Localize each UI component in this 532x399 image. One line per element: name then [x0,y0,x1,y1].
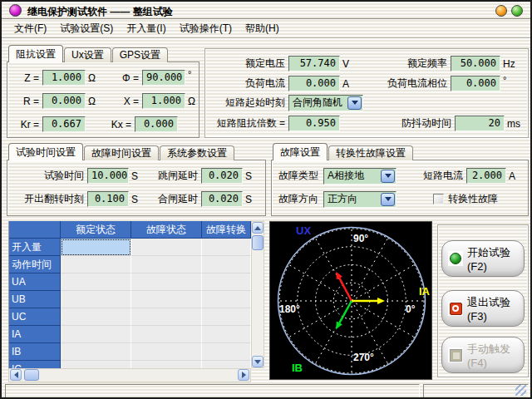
rated-frequency-field[interactable]: 50.000 [451,56,500,71]
trip-delay-field[interactable]: 0.020 [201,168,243,184]
menu-binary-input[interactable]: 开入量(I) [120,20,172,37]
scroll-up-icon[interactable] [252,222,264,234]
scroll-down-icon[interactable] [252,356,264,367]
table-cell[interactable] [202,273,251,291]
exit-test-button[interactable]: 退出试验(F3) [441,290,525,327]
tab-system-params[interactable]: 系统参数设置 [160,145,234,160]
fault-direction-combo[interactable]: 正方向 [323,191,397,208]
row-header-ib: IB [9,343,61,361]
test-time-field[interactable]: 10.000 [87,168,129,184]
phi-label: Φ = [102,72,139,84]
short-start-value: 合闸角随机 [293,96,347,110]
table-cell[interactable] [131,343,202,361]
menu-help[interactable]: 帮助(H) [239,20,286,37]
rated-frequency-unit: Hz [503,58,515,70]
tab-ux-settings[interactable]: Ux设置 [64,47,111,62]
output-flip-field[interactable]: 0.100 [87,191,129,207]
menu-separator [2,37,530,39]
fault-tab-control: 故障设置 转换性故障设置 故障类型 A相接地 短路电流 2.000 A 故障方向… [271,143,529,216]
minimize-button[interactable] [495,5,507,17]
table-cell[interactable] [61,361,131,368]
close-button[interactable] [511,5,523,17]
table-cell[interactable] [131,273,202,291]
manual-trigger-button: 手动触发(F4) [441,337,525,373]
vertical-scrollbar[interactable] [251,221,264,368]
z-field[interactable]: 1.000 [42,70,86,86]
row-header-ic: IC [9,361,61,368]
table-cell[interactable] [61,273,131,291]
table-cell[interactable] [131,361,202,368]
start-test-button[interactable]: 开始试验(F2) [441,240,525,277]
impedance-multiple-label: 短路阻抗倍数 = [205,116,285,131]
fault-type-combo[interactable]: A相接地 [323,168,397,185]
horizontal-scroll-thumb[interactable] [24,369,39,381]
phi-unit: ° [188,69,191,79]
table-cell[interactable] [202,239,251,256]
load-phase-label: 负荷电流相位 [349,76,447,91]
angle-label-0: 0° [406,303,415,315]
table-cell[interactable] [131,256,202,273]
resize-grip-icon[interactable] [515,385,526,396]
tab-test-time[interactable]: 试验时间设置 [8,143,83,160]
table-cell[interactable] [202,326,251,343]
table-cell[interactable] [202,361,251,368]
load-current-field[interactable]: 0.000 [288,76,340,91]
column-header-rated-state: 额定状态 [61,221,131,239]
manual-trigger-label: 手动触发(F4) [467,342,524,369]
table-cell[interactable] [131,326,202,343]
table-cell[interactable] [202,291,251,308]
anti-jitter-field[interactable]: 20 [455,116,505,131]
tab-gps-settings[interactable]: GPS设置 [112,47,168,62]
table-cell[interactable] [202,256,251,273]
menu-test-operation[interactable]: 试验操作(T) [173,20,239,37]
table-cell[interactable] [202,308,251,326]
short-start-label: 短路起始时刻 [205,96,285,110]
menu-bar: 文件(F) 试验设置(S) 开入量(I) 试验操作(T) 帮助(H) [2,20,530,37]
combo-dropdown-icon[interactable] [381,193,395,206]
fault-direction-value: 正方向 [328,192,380,206]
combo-dropdown-icon[interactable] [381,170,395,183]
kx-field[interactable]: 0.000 [135,116,178,132]
tab-fault-settings[interactable]: 故障设置 [273,143,328,160]
combo-dropdown-icon[interactable] [347,96,362,110]
table-cell[interactable] [131,239,202,256]
table-cell[interactable] [61,308,131,326]
menu-file[interactable]: 文件(F) [7,20,53,37]
app-icon [9,4,22,17]
table-cell[interactable] [61,291,131,308]
tab-impedance-settings[interactable]: 阻抗设置 [8,45,63,62]
menu-test-settings[interactable]: 试验设置(S) [53,20,120,37]
row-header-ub: UB [9,291,61,308]
kr-field[interactable]: 0.667 [42,116,86,132]
x-field[interactable]: 1.000 [142,93,185,109]
tab-convertible-fault-settings[interactable]: 转换性故障设置 [328,145,413,160]
r-field[interactable]: 0.000 [42,93,86,109]
column-header-fault-state: 故障状态 [131,221,202,239]
close-delay-field[interactable]: 0.020 [201,191,243,207]
impedance-multiple-field[interactable]: 0.950 [288,116,340,131]
row-header-uc: UC [9,308,61,326]
tab-fault-time[interactable]: 故障时间设置 [84,145,159,160]
test-time-unit: S [131,170,138,182]
vector-label-ux: UX [296,224,311,237]
anti-jitter-unit: ms [507,118,520,130]
scroll-left-icon[interactable] [10,369,22,381]
table-cell[interactable] [131,308,202,326]
short-start-combo[interactable]: 合闸角随机 [288,95,363,111]
load-phase-field[interactable]: 0.000 [451,76,500,91]
table-cell[interactable] [61,256,131,273]
phi-field[interactable]: 90.000 [142,70,185,86]
scroll-right-icon[interactable] [238,369,249,381]
vertical-scroll-thumb[interactable] [252,235,264,250]
table-corner-cell [9,221,61,239]
table-cell[interactable] [202,343,251,361]
table-cell[interactable] [61,343,131,361]
table-cell[interactable] [131,291,202,308]
horizontal-scrollbar[interactable] [8,368,251,382]
table-cell-selected[interactable] [61,239,131,256]
short-current-field[interactable]: 2.000 [466,168,506,184]
output-flip-label: 开出翻转时刻 [7,192,84,206]
table-cell[interactable] [61,326,131,343]
rated-voltage-field[interactable]: 57.740 [288,56,340,71]
convertible-fault-checkbox[interactable] [433,194,444,204]
